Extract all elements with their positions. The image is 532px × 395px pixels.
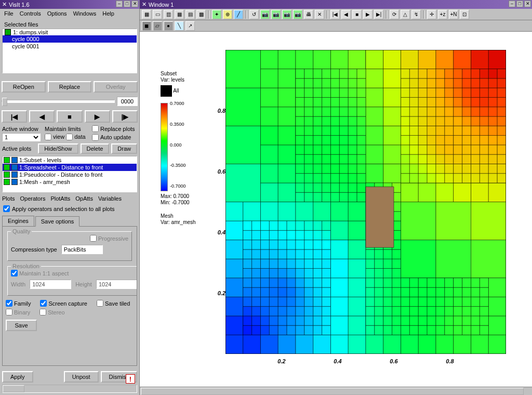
save-button[interactable]: Save (6, 320, 37, 331)
auto-update-check[interactable] (92, 134, 99, 141)
camera-icon[interactable]: 📷 (260, 10, 270, 19)
camera2-icon[interactable]: 📷 (271, 10, 281, 19)
opatts-menu[interactable]: OpAtts (75, 195, 93, 202)
plot-area[interactable] (225, 50, 506, 354)
tree-item-cycle0001[interactable]: cycle 0001 (3, 43, 137, 50)
menubar[interactable]: File Controls Options Windows Help (0, 9, 139, 18)
point-tool-icon[interactable]: ↗ (185, 21, 195, 31)
play-icon[interactable]: ▶ (85, 110, 110, 123)
svg-rect-661 (409, 126, 418, 135)
plot-item-spreadsheet[interactable]: 1:Spreadsheet - Distance to front (3, 164, 137, 171)
viz-canvas[interactable]: Subset Var: levels All 0.7000 0.3500 0.0… (140, 32, 532, 387)
compression-input[interactable] (61, 245, 103, 254)
time-value[interactable]: 0000 (117, 97, 138, 106)
replace-plots-check[interactable] (92, 125, 99, 132)
binary-check[interactable] (6, 309, 12, 315)
menu-controls[interactable]: Controls (17, 10, 44, 17)
skip-back-icon[interactable]: |◀ (2, 110, 27, 123)
tool-b-icon[interactable]: △ (401, 10, 410, 19)
time-slider[interactable] (2, 100, 115, 103)
screen-capture-check[interactable] (40, 300, 47, 307)
minimize-icon[interactable]: – (116, 1, 123, 7)
maximize-icon[interactable]: □ (124, 1, 130, 7)
tab-engines[interactable]: Engines (2, 216, 34, 226)
data-check[interactable] (66, 134, 73, 140)
scrollbar[interactable] (2, 385, 137, 393)
apply-all-check[interactable] (3, 205, 10, 212)
first-icon[interactable]: |◀ (330, 10, 340, 19)
reopen-button[interactable]: ReOpen (2, 81, 46, 93)
skip-fwd-icon[interactable]: |▶ (112, 110, 138, 123)
progressive-check[interactable] (90, 235, 97, 242)
lineout-icon[interactable]: ╱ (234, 10, 243, 19)
save-tiled-check[interactable] (97, 300, 103, 307)
sphere-icon[interactable]: ● (164, 21, 173, 31)
view-check[interactable] (45, 134, 51, 140)
draw-button[interactable]: Draw (111, 143, 137, 154)
stereo-check[interactable] (39, 309, 46, 315)
play2-icon[interactable]: ▶ (363, 10, 373, 19)
axis-n-icon[interactable]: +N (449, 10, 458, 19)
menu-windows[interactable]: Windows (70, 10, 100, 17)
menu-help[interactable]: Help (99, 10, 117, 17)
close-icon[interactable]: ✕ (524, 1, 531, 7)
camera3-icon[interactable]: 📷 (282, 10, 291, 19)
aspect-check[interactable] (11, 270, 18, 276)
replace-button[interactable]: Replace (48, 81, 92, 93)
tab-save-options[interactable]: Save options (35, 216, 80, 227)
layout-4-icon[interactable]: ▦ (175, 10, 184, 19)
overlay-button[interactable]: Overlay (94, 81, 138, 93)
tool-a-icon[interactable]: ⟳ (390, 10, 399, 19)
axis-e-icon[interactable]: ⊡ (460, 10, 469, 19)
unpost-button[interactable]: Unpost (64, 371, 99, 383)
cube-icon[interactable]: ◼ (142, 21, 151, 31)
variables-menu[interactable]: Variables (98, 195, 122, 202)
stop2-icon[interactable]: ■ (352, 10, 362, 19)
line-tool-icon[interactable]: ╲ (175, 21, 184, 31)
viz-scrollbar[interactable] (140, 387, 532, 395)
layout-2-icon[interactable]: ▥ (164, 10, 173, 19)
camera4-icon[interactable]: 📷 (293, 10, 302, 19)
print-icon[interactable]: 🖶 (304, 10, 313, 19)
minimize-icon[interactable]: – (509, 1, 515, 7)
active-window-select[interactable]: 1 (2, 133, 41, 141)
family-check[interactable] (6, 300, 12, 307)
plot-item-pseudocolor[interactable]: 1:Pseudocolor - Distance to front (3, 171, 137, 178)
svg-rect-480 (339, 174, 348, 183)
clear-icon[interactable]: ✕ (315, 10, 324, 19)
apply-button[interactable]: Apply (2, 371, 33, 383)
last-icon[interactable]: ▶| (374, 10, 383, 19)
plot-item-subset[interactable]: 1:Subset - levels (3, 156, 137, 164)
file-tree[interactable]: 1: dumps.visit cycle 0000 cycle 0001 (2, 29, 137, 73)
delete-button[interactable]: Delete (81, 143, 110, 154)
axis-z-icon[interactable]: +z (438, 10, 447, 19)
layout-9-icon[interactable]: ▩ (196, 10, 206, 19)
new-window-icon[interactable]: ▦ (142, 10, 151, 19)
hideshow-button[interactable]: Hide/Show (38, 143, 78, 154)
plots-menu[interactable]: Plots (2, 195, 15, 202)
svg-rect-272 (471, 183, 489, 202)
rev-icon[interactable]: ◀ (341, 10, 351, 19)
zoom-icon[interactable]: ⊕ (223, 10, 232, 19)
plot-list[interactable]: 1:Subset - levels 1:Spreadsheet - Distan… (2, 156, 137, 192)
axis-xyz-icon[interactable]: ✛ (427, 10, 436, 19)
plot-item-mesh[interactable]: 1:Mesh - amr_mesh (3, 178, 137, 186)
step-back-icon[interactable]: ◀ (29, 110, 55, 123)
plotatts-menu[interactable]: PlotAtts (50, 195, 70, 202)
layout-6-icon[interactable]: ▤ (185, 10, 195, 19)
reset-view-icon[interactable]: ↺ (249, 10, 259, 19)
operators-menu[interactable]: Operators (20, 195, 45, 202)
layout-1-icon[interactable]: ▭ (153, 10, 162, 19)
menu-file[interactable]: File (1, 10, 17, 17)
navigate-icon[interactable]: ✦ (212, 10, 221, 19)
tree-root[interactable]: 1: dumps.visit (3, 29, 137, 35)
tool-c-icon[interactable]: ↯ (411, 10, 421, 19)
close-icon[interactable]: ✕ (131, 1, 138, 7)
svg-rect-552 (409, 307, 418, 316)
tree-item-cycle0000[interactable]: cycle 0000 (3, 35, 137, 43)
menu-options[interactable]: Options (44, 10, 70, 17)
warning-icon[interactable]: ! (126, 374, 135, 384)
stop-icon[interactable]: ■ (57, 110, 82, 123)
maximize-icon[interactable]: □ (516, 1, 523, 7)
plane-icon[interactable]: ▱ (153, 21, 162, 31)
